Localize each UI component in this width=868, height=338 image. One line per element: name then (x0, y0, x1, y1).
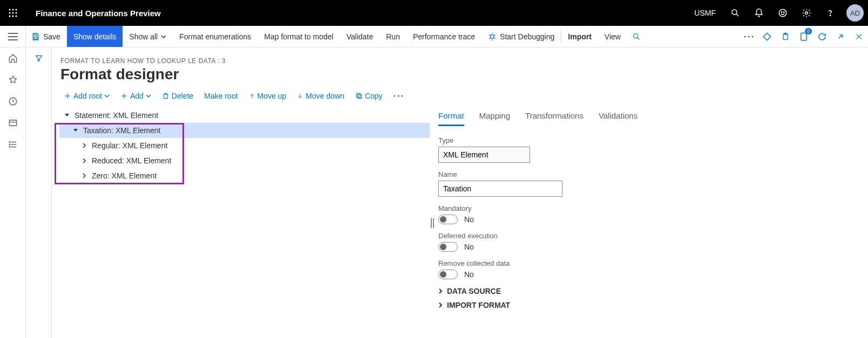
tab-validations[interactable]: Validations (599, 108, 638, 126)
caret-expanded-icon[interactable] (63, 113, 71, 118)
show-details-label: Show details (73, 32, 116, 41)
section-data-source[interactable]: DATA SOURCE (438, 287, 857, 295)
nav-toggle-button[interactable] (0, 26, 26, 47)
validate-button[interactable]: Validate (340, 26, 380, 47)
field-deferred: Deferred execution No (438, 232, 857, 252)
svg-point-20 (491, 35, 494, 38)
format-enumerations-button[interactable]: Format enumerations (173, 26, 257, 47)
caret-collapsed-icon[interactable] (80, 173, 89, 178)
svg-point-15 (830, 15, 831, 16)
command-search-button[interactable] (627, 26, 646, 47)
caret-collapsed-icon[interactable] (80, 158, 89, 163)
tree-row-regular[interactable]: Regular: XML Element (59, 138, 430, 153)
move-up-label: Move up (257, 92, 287, 100)
deferred-value: No (464, 243, 474, 251)
gear-icon (802, 8, 811, 18)
section-import-format[interactable]: IMPORT FORMAT (438, 301, 857, 309)
svg-point-44 (9, 144, 10, 145)
tree-row-taxation[interactable]: Taxation: XML Element (59, 123, 430, 138)
top-app-bar: Finance and Operations Preview USMF AD (0, 0, 868, 26)
add-button[interactable]: Add (116, 89, 155, 102)
svg-point-12 (781, 12, 782, 13)
tree-pane: Statement: XML Element Taxation: XML Ele… (52, 108, 430, 338)
make-root-label: Make root (204, 92, 238, 100)
hamburger-icon (8, 33, 18, 40)
import-button[interactable]: Import (561, 26, 598, 47)
add-root-button[interactable]: Add root (59, 89, 114, 102)
pin-button[interactable] (758, 26, 776, 47)
popout-button[interactable] (831, 26, 850, 47)
tab-mapping[interactable]: Mapping (479, 108, 511, 126)
map-format-label: Map format to model (264, 32, 333, 41)
refresh-icon (817, 32, 827, 42)
tab-transformations[interactable]: Transformations (525, 108, 584, 126)
tree-row-reduced[interactable]: Reduced: XML Element (59, 153, 430, 168)
attach-button[interactable] (776, 26, 795, 47)
settings-button[interactable] (795, 0, 818, 26)
format-enums-label: Format enumerations (179, 32, 251, 41)
start-debugging-button[interactable]: Start Debugging (482, 26, 561, 47)
app-launcher-button[interactable] (0, 0, 26, 26)
svg-line-24 (494, 38, 495, 39)
user-avatar[interactable]: AD (846, 4, 864, 22)
caret-expanded-icon[interactable] (71, 128, 80, 133)
notifications-button[interactable] (747, 0, 771, 26)
delete-button[interactable]: Delete (158, 89, 198, 102)
svg-rect-56 (433, 218, 434, 228)
view-button[interactable]: View (598, 26, 627, 47)
svg-point-8 (15, 15, 17, 17)
caret-collapsed-icon[interactable] (80, 143, 89, 148)
mandatory-toggle[interactable] (438, 215, 458, 224)
tree-label: Taxation: XML Element (80, 126, 160, 135)
mandatory-value: No (464, 215, 474, 224)
make-root-button[interactable]: Make root (200, 89, 242, 102)
move-up-button[interactable]: Move up (245, 89, 291, 102)
tree-label: Zero: XML Element (89, 171, 157, 180)
svg-point-1 (12, 9, 13, 10)
search-button[interactable] (723, 0, 747, 26)
mandatory-label: Mandatory (438, 204, 857, 212)
name-label: Name (438, 170, 857, 178)
deferred-toggle[interactable] (438, 242, 458, 252)
filter-button[interactable] (26, 47, 52, 69)
workspaces-nav[interactable] (0, 112, 26, 134)
feedback-button[interactable] (771, 0, 795, 26)
run-button[interactable]: Run (379, 26, 406, 47)
map-format-button[interactable]: Map format to model (257, 26, 340, 47)
show-all-button[interactable]: Show all (123, 26, 173, 47)
home-nav[interactable] (0, 47, 26, 69)
favorites-nav[interactable] (0, 69, 26, 91)
tree-row-zero[interactable]: Zero: XML Element (59, 168, 430, 183)
svg-line-26 (494, 35, 495, 36)
remove-toggle[interactable] (438, 270, 458, 279)
splitter-handle[interactable] (430, 108, 435, 338)
field-mandatory: Mandatory No (438, 204, 857, 224)
chevron-down-icon (146, 94, 151, 98)
modules-nav[interactable] (0, 134, 26, 155)
clipboard-icon (781, 32, 790, 42)
move-down-button[interactable]: Move down (293, 89, 349, 102)
save-button[interactable]: Save (26, 26, 67, 47)
close-button[interactable] (850, 26, 868, 47)
help-button[interactable] (818, 0, 842, 26)
svg-rect-19 (34, 37, 37, 39)
svg-point-5 (15, 12, 17, 13)
show-details-button[interactable]: Show details (67, 26, 123, 47)
svg-point-0 (9, 9, 10, 10)
type-input[interactable] (438, 147, 530, 163)
add-root-label: Add root (73, 92, 102, 100)
tab-format[interactable]: Format (438, 108, 464, 126)
svg-point-7 (12, 15, 13, 17)
copy-button[interactable]: Copy (351, 89, 387, 102)
recent-nav[interactable] (0, 91, 26, 112)
overflow-button[interactable] (740, 26, 758, 47)
svg-line-10 (736, 14, 738, 16)
save-label: Save (43, 32, 60, 41)
refresh-button[interactable] (813, 26, 831, 47)
tree-label: Statement: XML Element (71, 111, 158, 120)
designer-overflow-button[interactable] (389, 93, 408, 99)
notification-badge-button[interactable]: 0 (795, 26, 813, 47)
performance-trace-button[interactable]: Performance trace (406, 26, 482, 47)
tree-row-statement[interactable]: Statement: XML Element (59, 108, 430, 123)
name-input[interactable] (438, 181, 562, 197)
